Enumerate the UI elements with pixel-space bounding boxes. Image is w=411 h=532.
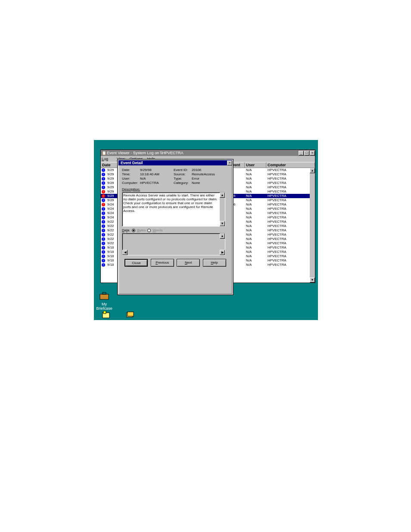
value-computer: HPVECTRA	[140, 181, 174, 185]
cell-computer: HPVECTRA	[266, 198, 315, 202]
close-button[interactable]: ×	[310, 151, 315, 156]
scroll-up-button[interactable]: ▲	[310, 168, 315, 173]
cell-user: N/A	[245, 250, 266, 254]
cell-computer: HPVECTRA	[266, 228, 315, 233]
maximize-button[interactable]: □	[304, 151, 309, 156]
capture-icon	[101, 310, 111, 320]
svg-rect-5	[128, 312, 134, 316]
cell-computer: HPVECTRA	[266, 263, 315, 267]
detail-title: Event Detail	[119, 161, 143, 165]
cell-user: N/A	[245, 207, 266, 211]
cell-computer: HPVECTRA	[266, 237, 315, 241]
radio-bytes[interactable]	[132, 229, 135, 232]
cell-user: N/A	[245, 246, 266, 250]
detail-titlebar[interactable]: Event Detail ×	[118, 160, 232, 165]
cell-user: N/A	[245, 258, 266, 263]
info-icon: i	[102, 207, 105, 211]
cell-user: N/A	[245, 228, 266, 233]
cell-computer: HPVECTRA	[266, 207, 315, 211]
error-icon: !	[102, 194, 105, 198]
previous-button[interactable]: Previous	[151, 259, 174, 267]
header-computer[interactable]: Computer	[266, 162, 315, 168]
label-time: Time:	[122, 172, 140, 176]
cell-computer: HPVECTRA	[266, 215, 315, 220]
description-textbox[interactable]: Remote Access Server was unable to start…	[122, 192, 225, 227]
info-icon: i	[102, 186, 105, 189]
value-event-id: 20106	[192, 168, 201, 172]
cell-user: N/A	[245, 202, 266, 207]
cell-user: N/A	[245, 263, 266, 267]
desktop-icon-winfile[interactable]: Winfile	[120, 310, 140, 320]
label-source: Source:	[174, 172, 192, 176]
cell-user: N/A	[245, 220, 266, 224]
help-button[interactable]: Help	[203, 259, 226, 267]
cell-computer: HPVECTRA	[266, 211, 315, 215]
minimize-button[interactable]: _	[299, 151, 304, 156]
label-user: User:	[122, 177, 140, 180]
vertical-scrollbar[interactable]: ▲ ▼	[310, 168, 315, 283]
cell-computer: HPVECTRA	[266, 168, 315, 172]
desc-scroll-down[interactable]: ▼	[220, 221, 225, 226]
cell-user: N/A	[245, 211, 266, 215]
label-type: Type:	[174, 177, 192, 180]
cell-user: N/A	[245, 215, 266, 220]
cell-computer: HPVECTRA	[266, 246, 315, 250]
svg-rect-1	[103, 292, 106, 294]
cell-computer: HPVECTRA	[266, 258, 315, 263]
cell-computer: HPVECTRA	[266, 202, 315, 207]
winfile-icon	[125, 310, 135, 320]
data-scroll-right[interactable]: ▶	[220, 250, 225, 255]
cell-user: N/A	[245, 172, 266, 177]
label-category: Category:	[174, 181, 192, 185]
value-user: N/A	[140, 177, 174, 180]
desktop-icon-capture[interactable]: Capture	[96, 310, 116, 320]
cell-computer: HPVECTRA	[266, 224, 315, 228]
cell-computer: HPVECTRA	[266, 233, 315, 237]
data-textbox[interactable]: ▲ ▼ ◀ ▶	[122, 233, 225, 255]
cell-user: N/A	[245, 185, 266, 190]
info-icon: i	[102, 216, 105, 219]
error-icon: !	[102, 203, 105, 206]
cell-computer: HPVECTRA	[266, 181, 315, 185]
value-source: RemoteAccess	[192, 172, 215, 176]
cell-computer: HPVECTRA	[266, 254, 315, 258]
svg-rect-3	[103, 311, 106, 314]
info-icon: i	[102, 246, 105, 249]
cell-user: N/A	[245, 181, 266, 185]
cell-user: N/A	[245, 233, 266, 237]
cell-user: N/A	[245, 198, 266, 202]
close-button[interactable]: Close	[125, 259, 148, 267]
detail-close-icon[interactable]: ×	[227, 161, 232, 165]
event-detail-dialog: Event Detail × Date: 9/29/98 Event ID: 2…	[118, 159, 233, 295]
cell-user: N/A	[245, 190, 266, 194]
label-description: Description:	[122, 187, 229, 191]
label-date: Date:	[122, 168, 140, 172]
data-scroll-left[interactable]: ◀	[122, 250, 128, 255]
radio-words[interactable]	[147, 229, 151, 232]
header-user[interactable]: User	[245, 162, 266, 168]
info-icon: i	[102, 177, 105, 180]
event-viewer-titlebar[interactable]: 📋 Event Viewer - System Log on \\HPVECTR…	[101, 150, 315, 156]
cell-user: N/A	[245, 224, 266, 228]
cell-user: N/A	[245, 177, 266, 181]
info-icon: i	[102, 259, 105, 262]
value-date: 9/29/98	[140, 168, 174, 172]
desktop-icon-briefcase[interactable]: My Briefcase	[94, 291, 115, 311]
svg-rect-0	[100, 294, 109, 299]
label-computer: Computer:	[122, 181, 140, 185]
cell-user: N/A	[245, 194, 266, 198]
label-data: Data:	[122, 228, 130, 232]
cell-computer: HPVECTRA	[266, 220, 315, 224]
cell-computer: HPVECTRA	[266, 190, 315, 194]
info-icon: i	[102, 168, 105, 172]
next-button[interactable]: Next	[177, 259, 200, 267]
desktop-icon-label: My Briefcase	[94, 302, 115, 311]
menu-log[interactable]: Log	[102, 157, 112, 161]
scroll-down-button[interactable]: ▼	[310, 277, 315, 283]
cell-computer: HPVECTRA	[266, 172, 315, 177]
cell-user: N/A	[245, 237, 266, 241]
info-icon: i	[102, 237, 105, 241]
data-scroll-up[interactable]: ▲	[220, 233, 225, 239]
info-icon: i	[102, 233, 105, 236]
desc-scroll-up[interactable]: ▲	[220, 193, 225, 198]
